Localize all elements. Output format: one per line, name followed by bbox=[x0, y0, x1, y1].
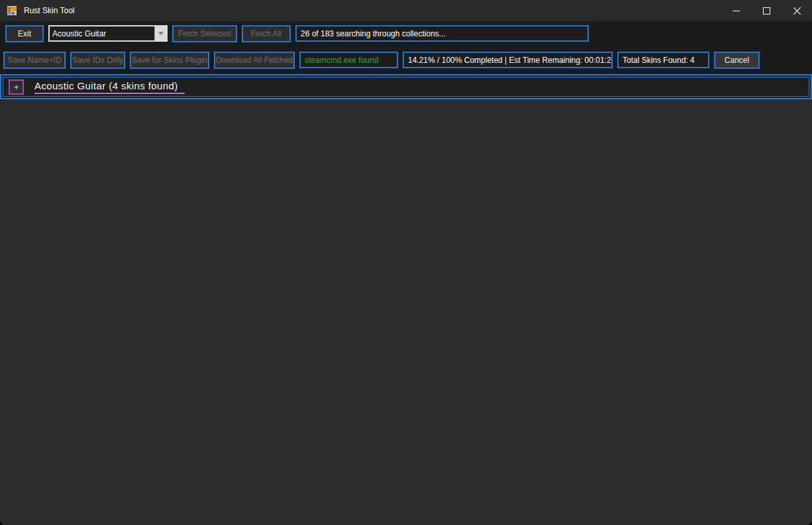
results-empty-area bbox=[0, 99, 812, 525]
minimize-button[interactable] bbox=[721, 0, 751, 21]
group-title[interactable]: Acoustic Guitar (4 skins found) bbox=[34, 80, 185, 94]
expand-group-button[interactable]: + bbox=[9, 79, 24, 95]
close-button[interactable] bbox=[782, 0, 812, 21]
steamcmd-status-text: steamcmd.exe found bbox=[305, 56, 378, 65]
maximize-button[interactable] bbox=[751, 0, 782, 21]
app-icon bbox=[7, 5, 17, 16]
progress-text: 14.21% / 100% Completed | Est Time Remai… bbox=[408, 56, 613, 65]
exit-button[interactable]: Exit bbox=[5, 25, 44, 42]
download-all-fetched-button[interactable]: Download All Fetched bbox=[214, 52, 295, 69]
steamcmd-status-box: steamcmd.exe found bbox=[299, 52, 398, 68]
save-name-id-button[interactable]: Save Name+ID bbox=[3, 52, 66, 69]
top-toolbar: Exit Acoustic Guitar Fetch Selected Fetc… bbox=[5, 24, 807, 42]
progress-box: 14.21% / 100% Completed | Est Time Remai… bbox=[403, 52, 613, 68]
results-panel: + Acoustic Guitar (4 skins found) bbox=[0, 74, 812, 99]
window-controls bbox=[721, 0, 812, 21]
fetch-all-button[interactable]: Fetch All bbox=[242, 25, 291, 42]
total-skins-box: Total Skins Found: 4 bbox=[617, 52, 709, 68]
group-row-acoustic-guitar[interactable]: + Acoustic Guitar (4 skins found) bbox=[3, 77, 809, 97]
save-ids-only-button[interactable]: Save IDs Only bbox=[70, 52, 125, 69]
app-window: Rust Skin Tool Exit Acoustic Guitar Fetc… bbox=[0, 0, 812, 525]
second-toolbar: Save Name+ID Save IDs Only Save for Skin… bbox=[3, 51, 807, 69]
window-title: Rust Skin Tool bbox=[24, 6, 721, 15]
item-dropdown[interactable]: Acoustic Guitar bbox=[48, 25, 168, 42]
cancel-button[interactable]: Cancel bbox=[714, 52, 760, 69]
save-skins-plugin-button[interactable]: Save for Skins Plugin bbox=[130, 52, 209, 69]
chevron-down-icon[interactable] bbox=[154, 26, 166, 40]
search-status-text: 26 of 183 searching through collections.… bbox=[301, 29, 446, 38]
titlebar: Rust Skin Tool bbox=[0, 0, 812, 21]
fetch-selected-button[interactable]: Fetch Selected bbox=[172, 25, 237, 42]
total-skins-text: Total Skins Found: 4 bbox=[623, 56, 695, 65]
search-status-box: 26 of 183 searching through collections.… bbox=[295, 25, 589, 42]
item-dropdown-value: Acoustic Guitar bbox=[50, 26, 154, 40]
